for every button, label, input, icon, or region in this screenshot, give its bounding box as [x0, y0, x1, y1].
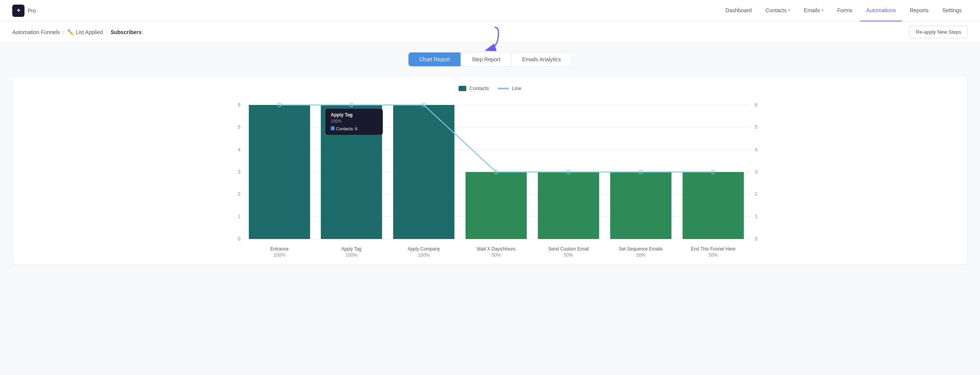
svg-text:0: 0 — [238, 236, 240, 242]
nav-dashboard[interactable]: Dashboard — [719, 0, 758, 21]
xlabel-4: Send Custom Email — [548, 246, 589, 252]
legend-contacts: Contacts — [459, 85, 489, 91]
svg-text:2: 2 — [238, 192, 240, 197]
tooltip-title: Apply Tag — [331, 112, 353, 118]
nav-settings[interactable]: Settings — [936, 0, 968, 21]
svg-text:6: 6 — [238, 102, 240, 108]
breadcrumb-automation-funnels[interactable]: Automation Funnels — [12, 29, 60, 35]
tooltip-pct: 100% — [331, 119, 341, 123]
svg-text:2: 2 — [755, 192, 758, 197]
xpct-0: 100% — [274, 252, 286, 258]
tab-chart-report[interactable]: Chart Report — [408, 52, 461, 66]
xpct-6: 50% — [709, 252, 718, 258]
tabs-container: Chart Report Step Report Emails Analytic… — [408, 52, 572, 67]
bar-4[interactable] — [538, 172, 599, 239]
bar-5[interactable] — [610, 172, 671, 239]
line-legend-label: Line — [512, 85, 521, 91]
breadcrumb-sep-2: / — [106, 29, 108, 35]
nav-reports[interactable]: Reports — [903, 0, 934, 21]
breadcrumb: Automation Funnels / ✏️ List Applied / S… — [12, 29, 142, 35]
nav-forms[interactable]: Forms — [831, 0, 859, 21]
contacts-chevron-icon: ▾ — [788, 8, 790, 12]
bar-6[interactable] — [683, 172, 744, 239]
xpct-2: 100% — [418, 252, 430, 258]
legend-line: Line — [498, 85, 521, 91]
nav-contacts[interactable]: Contacts▾ — [760, 0, 796, 21]
svg-text:4: 4 — [238, 147, 240, 152]
svg-text:0: 0 — [755, 236, 758, 242]
svg-text:5: 5 — [238, 124, 240, 130]
chart-svg-wrapper: 0 1 2 3 4 5 6 0 1 2 3 4 5 6 — [19, 97, 961, 258]
xpct-1: 100% — [346, 252, 358, 258]
svg-text:3: 3 — [238, 169, 240, 175]
logo-icon: ✦ — [12, 5, 24, 17]
main-content: Chart Report Step Report Emails Analytic… — [0, 43, 980, 375]
svg-text:1: 1 — [238, 214, 240, 219]
nav-automations[interactable]: Automations — [860, 0, 902, 21]
tooltip-contacts: Contacts: 6 — [336, 126, 358, 131]
xlabel-3: Wait X Days/Hours — [477, 246, 516, 252]
chart-container: Contacts Line 0 — [12, 76, 968, 265]
line-swatch — [498, 88, 509, 89]
arrow-annotation — [479, 25, 501, 52]
xlabel-1: Apply Tag — [341, 246, 361, 252]
bar-chart: 0 1 2 3 4 5 6 0 1 2 3 4 5 6 — [19, 97, 961, 258]
tooltip-contacts-swatch — [331, 126, 335, 130]
svg-text:6: 6 — [755, 102, 758, 108]
xpct-3: 50% — [492, 252, 501, 258]
arrow-icon — [479, 25, 501, 52]
xlabel-5: Set Sequence Emails — [619, 246, 663, 252]
nav-links: Dashboard Contacts▾ Emails▾ Forms Automa… — [719, 0, 968, 21]
bar-0[interactable] — [249, 105, 310, 239]
tab-step-report[interactable]: Step Report — [461, 52, 511, 66]
xpct-5: 50% — [636, 252, 645, 258]
logo: ✦ Pro — [12, 5, 36, 17]
contacts-legend-label: Contacts — [469, 85, 489, 91]
breadcrumb-list-applied[interactable]: ✏️ List Applied — [67, 29, 103, 35]
xpct-4: 50% — [564, 252, 573, 258]
navbar: ✦ Pro Dashboard Contacts▾ Emails▾ Forms … — [0, 0, 980, 21]
emails-chevron-icon: ▾ — [822, 8, 823, 12]
tab-emails-analytics[interactable]: Emails Analytics — [511, 52, 572, 66]
tabs-wrapper: Chart Report Step Report Emails Analytic… — [12, 52, 968, 67]
breadcrumb-sep-1: / — [63, 29, 65, 35]
svg-text:3: 3 — [755, 169, 758, 175]
contacts-swatch — [459, 86, 466, 91]
reapply-button[interactable]: Re-apply New Steps — [910, 26, 968, 38]
bar-3[interactable] — [466, 172, 527, 239]
xlabel-6: End This Funnel Here — [691, 246, 736, 252]
logo-text: Pro — [28, 8, 36, 14]
chart-legend: Contacts Line — [19, 85, 961, 91]
svg-text:1: 1 — [755, 214, 758, 219]
xlabel-2: Apply Company — [408, 246, 440, 252]
xlabel-0: Entrance — [270, 246, 289, 252]
svg-text:5: 5 — [755, 124, 758, 130]
svg-text:4: 4 — [755, 147, 758, 152]
breadcrumb-subscribers: Subscribers — [111, 29, 142, 35]
nav-emails[interactable]: Emails▾ — [798, 0, 830, 21]
